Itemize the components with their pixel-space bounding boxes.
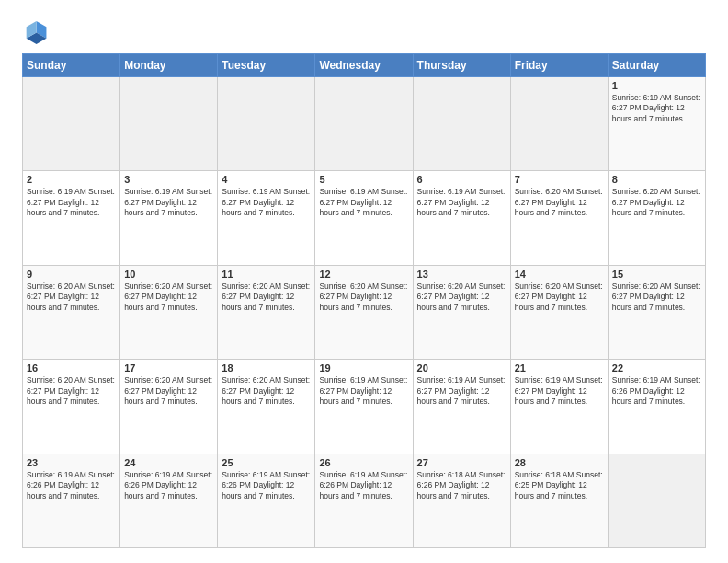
day-number: 14 bbox=[515, 269, 604, 280]
weekday-header-tuesday: Tuesday bbox=[218, 54, 315, 77]
day-number: 4 bbox=[222, 174, 311, 185]
day-info: Sunrise: 6:19 AM Sunset: 6:27 PM Dayligh… bbox=[612, 93, 701, 124]
logo-icon bbox=[22, 18, 48, 44]
day-info: Sunrise: 6:19 AM Sunset: 6:26 PM Dayligh… bbox=[27, 470, 116, 501]
day-cell: 25Sunrise: 6:19 AM Sunset: 6:26 PM Dayli… bbox=[218, 454, 315, 547]
day-info: Sunrise: 6:20 AM Sunset: 6:27 PM Dayligh… bbox=[124, 375, 213, 407]
day-cell bbox=[315, 77, 413, 171]
day-cell: 23Sunrise: 6:19 AM Sunset: 6:26 PM Dayli… bbox=[23, 454, 120, 547]
day-number: 19 bbox=[319, 362, 408, 373]
day-number: 16 bbox=[27, 362, 116, 373]
day-number: 13 bbox=[417, 269, 506, 280]
day-info: Sunrise: 6:20 AM Sunset: 6:27 PM Dayligh… bbox=[27, 282, 116, 313]
day-number: 2 bbox=[27, 174, 116, 185]
day-info: Sunrise: 6:20 AM Sunset: 6:27 PM Dayligh… bbox=[515, 282, 604, 313]
logo bbox=[22, 18, 51, 44]
week-row-5: 23Sunrise: 6:19 AM Sunset: 6:26 PM Dayli… bbox=[23, 454, 706, 547]
day-number: 26 bbox=[319, 457, 408, 468]
day-info: Sunrise: 6:20 AM Sunset: 6:27 PM Dayligh… bbox=[222, 282, 311, 313]
week-row-2: 2Sunrise: 6:19 AM Sunset: 6:27 PM Daylig… bbox=[23, 171, 706, 265]
day-info: Sunrise: 6:19 AM Sunset: 6:26 PM Dayligh… bbox=[222, 470, 311, 501]
day-cell: 13Sunrise: 6:20 AM Sunset: 6:27 PM Dayli… bbox=[413, 265, 510, 359]
day-info: Sunrise: 6:19 AM Sunset: 6:27 PM Dayligh… bbox=[222, 187, 311, 218]
day-number: 24 bbox=[124, 457, 213, 468]
day-info: Sunrise: 6:20 AM Sunset: 6:27 PM Dayligh… bbox=[612, 282, 701, 313]
day-cell: 19Sunrise: 6:19 AM Sunset: 6:27 PM Dayli… bbox=[315, 360, 413, 454]
calendar-table: SundayMondayTuesdayWednesdayThursdayFrid… bbox=[22, 53, 706, 548]
day-number: 15 bbox=[612, 269, 701, 280]
day-number: 11 bbox=[222, 269, 311, 280]
day-info: Sunrise: 6:20 AM Sunset: 6:27 PM Dayligh… bbox=[319, 282, 408, 313]
day-cell: 18Sunrise: 6:20 AM Sunset: 6:27 PM Dayli… bbox=[218, 360, 315, 454]
day-info: Sunrise: 6:19 AM Sunset: 6:27 PM Dayligh… bbox=[319, 375, 408, 407]
week-row-3: 9Sunrise: 6:20 AM Sunset: 6:27 PM Daylig… bbox=[23, 265, 706, 359]
day-info: Sunrise: 6:19 AM Sunset: 6:27 PM Dayligh… bbox=[319, 187, 408, 218]
weekday-header-saturday: Saturday bbox=[608, 54, 705, 77]
day-cell bbox=[120, 77, 218, 171]
day-cell bbox=[608, 454, 705, 547]
page: SundayMondayTuesdayWednesdayThursdayFrid… bbox=[0, 0, 728, 563]
day-info: Sunrise: 6:19 AM Sunset: 6:27 PM Dayligh… bbox=[27, 187, 116, 218]
day-info: Sunrise: 6:19 AM Sunset: 6:27 PM Dayligh… bbox=[417, 187, 506, 218]
day-info: Sunrise: 6:19 AM Sunset: 6:27 PM Dayligh… bbox=[515, 375, 604, 407]
day-cell: 3Sunrise: 6:19 AM Sunset: 6:27 PM Daylig… bbox=[120, 171, 218, 265]
day-cell: 15Sunrise: 6:20 AM Sunset: 6:27 PM Dayli… bbox=[608, 265, 705, 359]
day-info: Sunrise: 6:19 AM Sunset: 6:26 PM Dayligh… bbox=[319, 470, 408, 501]
day-number: 3 bbox=[124, 174, 213, 185]
day-cell: 2Sunrise: 6:19 AM Sunset: 6:27 PM Daylig… bbox=[23, 171, 120, 265]
week-row-1: 1Sunrise: 6:19 AM Sunset: 6:27 PM Daylig… bbox=[23, 77, 706, 171]
day-info: Sunrise: 6:18 AM Sunset: 6:25 PM Dayligh… bbox=[515, 470, 604, 501]
day-info: Sunrise: 6:20 AM Sunset: 6:27 PM Dayligh… bbox=[124, 282, 213, 313]
day-cell: 8Sunrise: 6:20 AM Sunset: 6:27 PM Daylig… bbox=[608, 171, 705, 265]
day-cell: 21Sunrise: 6:19 AM Sunset: 6:27 PM Dayli… bbox=[510, 360, 608, 454]
day-cell: 6Sunrise: 6:19 AM Sunset: 6:27 PM Daylig… bbox=[413, 171, 510, 265]
day-number: 10 bbox=[124, 269, 213, 280]
day-info: Sunrise: 6:20 AM Sunset: 6:27 PM Dayligh… bbox=[612, 187, 701, 218]
day-info: Sunrise: 6:20 AM Sunset: 6:27 PM Dayligh… bbox=[417, 282, 506, 313]
day-info: Sunrise: 6:19 AM Sunset: 6:27 PM Dayligh… bbox=[417, 375, 506, 407]
day-cell: 11Sunrise: 6:20 AM Sunset: 6:27 PM Dayli… bbox=[218, 265, 315, 359]
day-cell: 24Sunrise: 6:19 AM Sunset: 6:26 PM Dayli… bbox=[120, 454, 218, 547]
day-number: 28 bbox=[515, 457, 604, 468]
day-info: Sunrise: 6:20 AM Sunset: 6:27 PM Dayligh… bbox=[222, 375, 311, 407]
day-number: 6 bbox=[417, 174, 506, 185]
day-number: 25 bbox=[222, 457, 311, 468]
day-number: 5 bbox=[319, 174, 408, 185]
day-number: 17 bbox=[124, 362, 213, 373]
day-number: 9 bbox=[27, 269, 116, 280]
day-cell: 7Sunrise: 6:20 AM Sunset: 6:27 PM Daylig… bbox=[510, 171, 608, 265]
day-number: 12 bbox=[319, 269, 408, 280]
day-cell bbox=[23, 77, 120, 171]
day-info: Sunrise: 6:19 AM Sunset: 6:27 PM Dayligh… bbox=[124, 187, 213, 218]
day-cell: 28Sunrise: 6:18 AM Sunset: 6:25 PM Dayli… bbox=[510, 454, 608, 547]
day-number: 18 bbox=[222, 362, 311, 373]
weekday-header-wednesday: Wednesday bbox=[315, 54, 413, 77]
day-info: Sunrise: 6:19 AM Sunset: 6:26 PM Dayligh… bbox=[612, 375, 701, 407]
header bbox=[22, 18, 706, 44]
day-cell: 9Sunrise: 6:20 AM Sunset: 6:27 PM Daylig… bbox=[23, 265, 120, 359]
day-number: 21 bbox=[515, 362, 604, 373]
day-number: 22 bbox=[612, 362, 701, 373]
day-cell bbox=[413, 77, 510, 171]
weekday-header-sunday: Sunday bbox=[23, 54, 120, 77]
day-cell: 5Sunrise: 6:19 AM Sunset: 6:27 PM Daylig… bbox=[315, 171, 413, 265]
day-cell: 12Sunrise: 6:20 AM Sunset: 6:27 PM Dayli… bbox=[315, 265, 413, 359]
day-number: 7 bbox=[515, 174, 604, 185]
day-cell: 22Sunrise: 6:19 AM Sunset: 6:26 PM Dayli… bbox=[608, 360, 705, 454]
day-cell bbox=[510, 77, 608, 171]
day-info: Sunrise: 6:18 AM Sunset: 6:26 PM Dayligh… bbox=[417, 470, 506, 501]
week-row-4: 16Sunrise: 6:20 AM Sunset: 6:27 PM Dayli… bbox=[23, 360, 706, 454]
day-cell: 14Sunrise: 6:20 AM Sunset: 6:27 PM Dayli… bbox=[510, 265, 608, 359]
day-info: Sunrise: 6:19 AM Sunset: 6:26 PM Dayligh… bbox=[124, 470, 213, 501]
day-number: 20 bbox=[417, 362, 506, 373]
day-cell bbox=[218, 77, 315, 171]
day-number: 23 bbox=[27, 457, 116, 468]
day-number: 1 bbox=[612, 80, 701, 91]
day-cell: 16Sunrise: 6:20 AM Sunset: 6:27 PM Dayli… bbox=[23, 360, 120, 454]
day-cell: 10Sunrise: 6:20 AM Sunset: 6:27 PM Dayli… bbox=[120, 265, 218, 359]
day-info: Sunrise: 6:20 AM Sunset: 6:27 PM Dayligh… bbox=[515, 187, 604, 218]
weekday-header-row: SundayMondayTuesdayWednesdayThursdayFrid… bbox=[23, 54, 706, 77]
weekday-header-monday: Monday bbox=[120, 54, 218, 77]
day-cell: 26Sunrise: 6:19 AM Sunset: 6:26 PM Dayli… bbox=[315, 454, 413, 547]
weekday-header-thursday: Thursday bbox=[413, 54, 510, 77]
